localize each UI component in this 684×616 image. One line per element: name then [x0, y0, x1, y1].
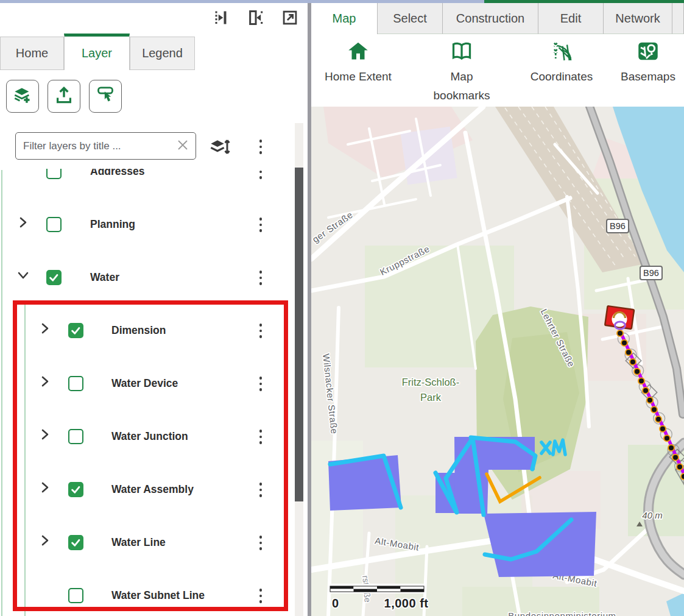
- layer-visibility-checkbox[interactable]: [68, 323, 83, 338]
- sort-layers-icon[interactable]: [209, 137, 231, 157]
- layer-label: Water: [90, 271, 119, 284]
- layer-tree-row: Water Subnet Line: [0, 582, 292, 609]
- collapse-left-icon[interactable]: [213, 9, 230, 26]
- layer-menu-kebab[interactable]: [256, 479, 266, 501]
- expand-chevron-icon[interactable]: [39, 481, 55, 497]
- layer-label: Dimension: [111, 324, 166, 337]
- basemaps-icon: [637, 40, 659, 65]
- layer-visibility-checkbox[interactable]: [46, 169, 62, 179]
- tab-map[interactable]: Map: [311, 3, 378, 34]
- filter-layers-input[interactable]: [22, 140, 176, 153]
- map-bookmarks-icon: [451, 40, 473, 65]
- tab-network[interactable]: Network: [604, 3, 672, 34]
- layer-menu-kebab[interactable]: [256, 169, 266, 183]
- filter-layers-box: [15, 132, 196, 160]
- map-ribbon: Home ExtentMapbookmarksCoordinatesBasema…: [311, 34, 684, 107]
- layer-tree-row: Dimension: [0, 317, 292, 344]
- upload-layer-icon: [55, 86, 73, 107]
- map-canvas[interactable]: ger StraßeKruppstraßeWilsnacker StraßeLe…: [311, 107, 684, 616]
- tab-legend[interactable]: Legend: [130, 37, 195, 70]
- layer-label: Addresses: [90, 169, 145, 178]
- svg-text:B96: B96: [610, 221, 626, 231]
- layer-menu-kebab[interactable]: [256, 267, 266, 289]
- layer-label: Water Assembly: [111, 483, 194, 496]
- layer-visibility-checkbox[interactable]: [68, 535, 83, 550]
- tree-scrollbar-thumb[interactable]: [295, 168, 303, 501]
- layer-menu-kebab[interactable]: [256, 320, 266, 342]
- panel-window-controls: [213, 9, 298, 26]
- tab-overflow-stub: [672, 3, 684, 34]
- select-tool-button[interactable]: [89, 80, 122, 113]
- layer-label: Water Subnet Line: [111, 589, 205, 602]
- ribbon-map-bookmarks-button[interactable]: Mapbookmarks: [413, 40, 510, 105]
- layer-visibility-checkbox[interactable]: [68, 588, 83, 603]
- layer-menu-kebab[interactable]: [256, 214, 266, 236]
- layer-label: Planning: [90, 218, 135, 231]
- expand-chevron-icon[interactable]: [39, 534, 55, 550]
- layer-menu-kebab[interactable]: [256, 532, 266, 554]
- layer-menu-kebab[interactable]: [256, 426, 266, 448]
- collapse-chevron-icon[interactable]: [17, 269, 33, 285]
- route-badge: B96: [607, 219, 629, 233]
- svg-text:B96: B96: [643, 268, 659, 278]
- ribbon-basemaps-button[interactable]: Basemaps: [599, 40, 684, 86]
- scale-label: 0: [332, 597, 339, 610]
- select-tool-icon: [96, 86, 115, 107]
- ribbon-label: Home Extent: [325, 67, 392, 86]
- layer-tree-row: Addresses: [0, 169, 292, 185]
- tab-layer[interactable]: Layer: [64, 34, 130, 70]
- layers-panel: HomeLayerLegend AddressesPlanningWaterDi…: [0, 3, 308, 616]
- home-extent-icon: [347, 40, 369, 65]
- collapse-right-icon[interactable]: [247, 9, 264, 26]
- expand-chevron-icon[interactable]: [39, 375, 55, 391]
- layer-visibility-checkbox[interactable]: [46, 270, 62, 285]
- add-layer-button[interactable]: [6, 80, 39, 113]
- layer-label: Water Device: [111, 377, 178, 390]
- layer-visibility-checkbox[interactable]: [68, 429, 83, 444]
- expand-chevron-icon[interactable]: [17, 216, 33, 232]
- ribbon-label: Basemaps: [621, 67, 675, 86]
- layer-label: Water Junction: [111, 430, 188, 443]
- map-label: 40 m: [642, 510, 662, 520]
- clear-x-icon[interactable]: [176, 138, 189, 154]
- ribbon-label: Coordinates: [531, 67, 593, 86]
- layer-visibility-checkbox[interactable]: [68, 376, 83, 391]
- ribbon-coordinates-button[interactable]: Coordinates: [513, 40, 610, 86]
- tab-edit[interactable]: Edit: [538, 3, 604, 34]
- map-label: Fritz-Schloß-: [402, 377, 459, 388]
- expand-chevron-icon[interactable]: [39, 428, 55, 444]
- open-new-window-icon[interactable]: [281, 9, 298, 26]
- add-layer-icon: [13, 86, 32, 107]
- route-badge: B96: [640, 266, 662, 280]
- layer-tree-row: Water Junction: [0, 423, 292, 450]
- ribbon-label: Mapbookmarks: [434, 67, 490, 105]
- layer-tree: AddressesPlanningWaterDimensionWater Dev…: [0, 169, 292, 616]
- map-label: Bundesinnenministerium: [508, 611, 616, 616]
- layer-list-menu-kebab[interactable]: [256, 136, 266, 158]
- layer-tree-row: Water Line: [0, 529, 292, 556]
- scale-label: 1,000 ft: [384, 597, 429, 610]
- tab-home[interactable]: Home: [0, 37, 64, 70]
- pump-station-marker: [605, 306, 634, 329]
- layer-visibility-checkbox[interactable]: [68, 482, 83, 497]
- tab-construction[interactable]: Construction: [443, 3, 538, 34]
- ribbon-home-extent-button[interactable]: Home Extent: [309, 40, 407, 86]
- map-label: Park: [420, 392, 442, 403]
- expand-chevron-icon[interactable]: [39, 322, 55, 338]
- layer-tree-row: Water: [0, 264, 292, 291]
- layer-tree-row: Planning: [0, 211, 292, 238]
- scale-bar: [328, 584, 426, 593]
- right-tab-bar: MapSelectConstructionEditNetwork: [311, 3, 684, 34]
- tab-select[interactable]: Select: [378, 3, 443, 34]
- layer-menu-kebab[interactable]: [256, 585, 266, 607]
- layer-menu-kebab[interactable]: [256, 373, 266, 395]
- upload-layer-button[interactable]: [48, 80, 80, 113]
- coordinates-icon: [551, 40, 573, 65]
- layer-tree-row: Water Device: [0, 370, 292, 397]
- layer-tree-row: Water Assembly: [0, 476, 292, 503]
- layer-label: Water Line: [111, 536, 166, 549]
- layer-visibility-checkbox[interactable]: [46, 217, 62, 232]
